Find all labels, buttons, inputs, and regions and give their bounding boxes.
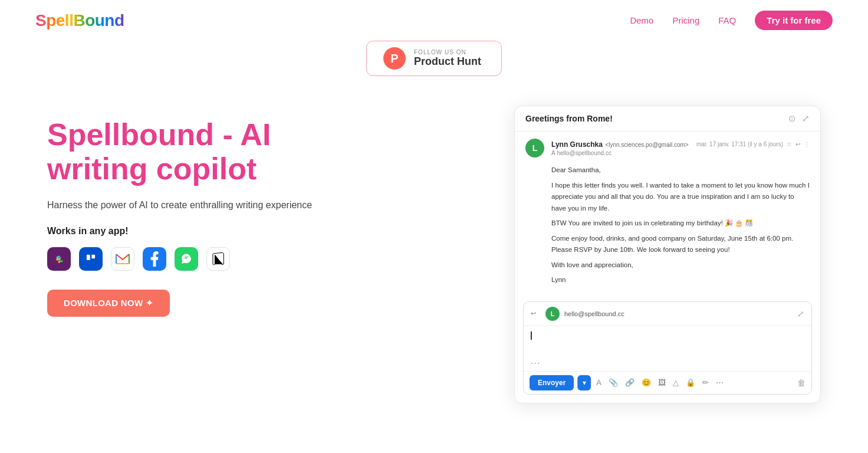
sender-avatar: L [525, 139, 544, 157]
reply-box: ↩ L hello@spellbound.cc ⤢ ··· Envoyer ▾ … [523, 301, 812, 395]
product-hunt-icon: P [383, 47, 406, 70]
sender-name: Lynn Gruschka [551, 140, 603, 149]
email-body: Dear Samantha, I hope this letter finds … [515, 160, 820, 298]
body-line-3: Come enjoy food, drinks, and good compan… [551, 233, 810, 256]
svg-rect-3 [91, 255, 95, 259]
nav-pricing[interactable]: Pricing [672, 15, 699, 25]
product-hunt-banner-wrap: P FOLLOW US ON Product Hunt [0, 41, 868, 76]
reply-input-area[interactable] [524, 326, 811, 358]
svg-rect-2 [87, 255, 90, 260]
reply-toolbar-left: Envoyer ▾ A 📎 🔗 😊 🖼 △ 🔒 ✏ ⋯ [530, 375, 725, 390]
hero-section: Spellbound - AI writing copilot Harness … [0, 88, 868, 439]
sender-email: <lynn.sciences.po@gmail.com> [605, 142, 688, 148]
nav-cta[interactable]: Try it for free [755, 11, 833, 30]
slack-icon [47, 247, 71, 271]
logo[interactable]: SpellBound [35, 11, 124, 30]
email-sender-row: L Lynn Gruschka <lynn.sciences.po@gmail.… [515, 132, 820, 160]
svg-rect-1 [83, 251, 98, 267]
attach-icon[interactable]: 📎 [607, 376, 620, 389]
email-header: Greetings from Rome! ⊙ ⤢ [515, 106, 820, 132]
more-toolbar-icon[interactable]: ⋯ [714, 376, 725, 389]
sender-name-row: Lynn Gruschka <lynn.sciences.po@gmail.co… [551, 139, 810, 149]
send-button[interactable]: Envoyer [530, 375, 574, 390]
body-line-5: Lynn [551, 274, 810, 286]
hero-title: Spellbound - AI writing copilot [47, 117, 330, 186]
email-subject: Greetings from Rome! [525, 114, 613, 123]
sender-info: Lynn Gruschka <lynn.sciences.po@gmail.co… [551, 139, 810, 156]
product-hunt-banner[interactable]: P FOLLOW US ON Product Hunt [366, 41, 502, 76]
download-button[interactable]: DOWNLOAD NOW ✦ [47, 290, 170, 317]
reply-arrows-icon: ↩ [531, 310, 536, 317]
reply-dots: ··· [524, 358, 811, 371]
reply-toolbar: Envoyer ▾ A 📎 🔗 😊 🖼 △ 🔒 ✏ ⋯ 🗑 [524, 371, 811, 394]
lock-icon[interactable]: 🔒 [684, 376, 697, 389]
product-hunt-text: FOLLOW US ON Product Hunt [414, 49, 481, 68]
reply-header: ↩ L hello@spellbound.cc ⤢ [524, 302, 811, 326]
format-text-icon[interactable]: A [594, 376, 603, 389]
body-line-0: Dear Samantha, [551, 165, 810, 176]
body-line-4: With love and appreciation, [551, 260, 810, 271]
nav-links: Demo Pricing FAQ Try it for free [630, 11, 833, 30]
messages-icon [175, 247, 198, 271]
trello-icon [79, 247, 103, 271]
body-line-1: I hope this letter finds you well. I wan… [551, 180, 810, 215]
nav-faq[interactable]: FAQ [718, 15, 736, 25]
body-line-2: BTW You are invited to join us in celebr… [551, 218, 810, 229]
pen-icon[interactable]: ✏ [701, 376, 711, 389]
reply-to-address: hello@spellbound.cc [564, 310, 624, 317]
email-mockup: Greetings from Rome! ⊙ ⤢ L Lynn Gruschka… [514, 106, 821, 403]
link-icon[interactable]: 🔗 [623, 376, 636, 389]
sender-name-email: Lynn Gruschka <lynn.sciences.po@gmail.co… [551, 139, 689, 149]
more-options-icon[interactable]: ⋮ [804, 141, 810, 147]
print-icon[interactable]: ⊙ [788, 113, 796, 124]
product-hunt-follow: FOLLOW US ON [414, 49, 481, 55]
reply-expand-icon[interactable]: ⤢ [797, 309, 804, 319]
send-dropdown-button[interactable]: ▾ [577, 375, 591, 390]
reply-avatar: L [545, 307, 560, 321]
hero-subtitle: Harness the power of AI to create enthra… [47, 198, 330, 213]
open-icon[interactable]: ⤢ [802, 113, 810, 124]
app-icons-row [47, 247, 330, 271]
reply-delete-icon[interactable]: 🗑 [797, 378, 805, 388]
nav-demo[interactable]: Demo [630, 15, 653, 25]
email-to: À hello@spellbound.cc [551, 150, 810, 156]
hero-works: Works in any app! [47, 226, 330, 237]
notion-icon [206, 247, 230, 271]
hero-left: Spellbound - AI writing copilot Harness … [47, 106, 330, 317]
gmail-icon [111, 247, 134, 271]
product-hunt-name: Product Hunt [414, 55, 481, 68]
reply-icon-small[interactable]: ↩ [795, 141, 800, 147]
star-icon[interactable]: ☆ [787, 141, 792, 147]
drive-icon[interactable]: △ [671, 376, 680, 389]
email-header-icons: ⊙ ⤢ [788, 113, 810, 124]
email-date: mar. 17 janv. 17:31 (il y a 6 jours) ☆ ↩… [696, 141, 810, 147]
facebook-icon [143, 247, 166, 271]
reply-header-left: ↩ L hello@spellbound.cc [531, 307, 624, 321]
emoji-icon[interactable]: 😊 [640, 376, 653, 389]
bottom-tagline: Take the burden off your shoulders with … [0, 439, 868, 453]
image-icon[interactable]: 🖼 [656, 376, 668, 389]
navbar: SpellBound Demo Pricing FAQ Try it for f… [0, 0, 868, 41]
